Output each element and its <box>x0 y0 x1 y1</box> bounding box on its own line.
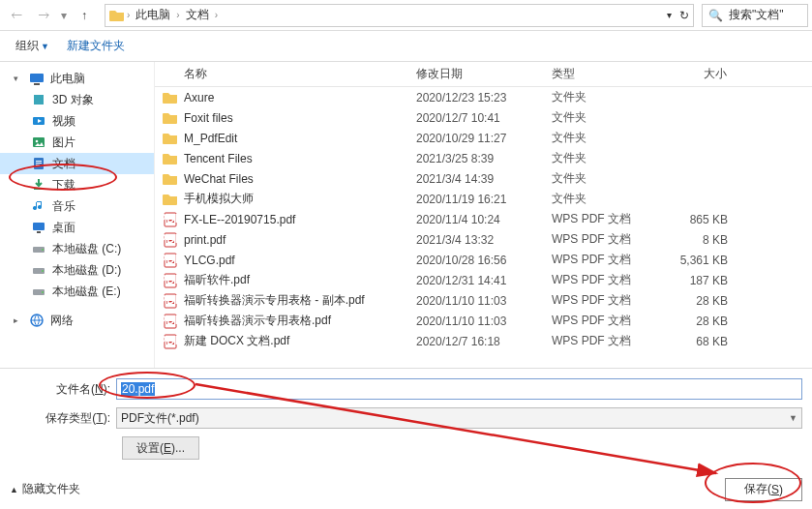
forward-button: 🡒 <box>31 3 56 28</box>
sidebar-item-6[interactable]: 桌面 <box>0 217 154 238</box>
svg-point-15 <box>42 249 44 251</box>
file-name: Foxit files <box>184 111 233 125</box>
folder-icon <box>163 110 178 126</box>
sidebar-item-9[interactable]: 本地磁盘 (E:) <box>0 281 154 302</box>
sidebar-item-label: 视频 <box>52 113 75 130</box>
sidebar-item-label: 图片 <box>52 135 75 151</box>
filename-input[interactable]: 20.pdf <box>116 378 802 400</box>
file-row[interactable]: Axure2020/12/23 15:23文件夹 <box>155 87 812 107</box>
file-row[interactable]: PDF新建 DOCX 文档.pdf2020/12/7 16:18WPS PDF … <box>155 331 812 351</box>
file-type: WPS PDF 文档 <box>544 272 658 288</box>
file-date: 2021/3/25 8:39 <box>408 152 544 165</box>
svg-rect-13 <box>37 231 41 233</box>
file-name: Axure <box>184 91 214 105</box>
file-size: 28 KB <box>658 314 736 328</box>
sidebar-item-label: 本地磁盘 (E:) <box>52 284 121 300</box>
sidebar-item-5[interactable]: 音乐 <box>0 195 154 217</box>
file-date: 2020/11/10 11:03 <box>408 314 544 328</box>
search-placeholder: 搜索"文档" <box>729 7 784 23</box>
chevron-right-icon: › <box>125 10 132 20</box>
new-folder-button[interactable]: 新建文件夹 <box>61 36 131 56</box>
file-date: 2020/11/4 10:24 <box>408 213 544 226</box>
file-row[interactable]: PDFYLCG.pdf2020/10/28 16:56WPS PDF 文档5,3… <box>155 250 812 270</box>
history-dropdown[interactable]: ▾ <box>58 9 70 22</box>
music-icon <box>31 198 46 214</box>
sidebar-item-4[interactable]: 下载 <box>0 174 154 195</box>
file-size: 68 KB <box>658 335 736 348</box>
file-row[interactable]: PDF福昕转换器演示专用表格 - 副本.pdf2020/11/10 11:03W… <box>155 290 812 311</box>
file-date: 2020/12/7 10:41 <box>408 111 544 125</box>
file-size: 187 KB <box>658 274 736 287</box>
svg-text:PDF: PDF <box>163 293 178 307</box>
svg-point-17 <box>42 270 44 272</box>
hide-folders-toggle[interactable]: ▲ 隐藏文件夹 <box>10 481 80 497</box>
sidebar-item-0[interactable]: 3D 对象 <box>0 89 154 110</box>
file-row[interactable]: PDFprint.pdf2021/3/4 13:32WPS PDF 文档8 KB <box>155 229 812 250</box>
sidebar-item-8[interactable]: 本地磁盘 (D:) <box>0 259 154 281</box>
drive-icon <box>31 241 46 256</box>
sidebar: ▾ 此电脑 3D 对象视频图片文档下载音乐桌面本地磁盘 (C:)本地磁盘 (D:… <box>0 62 155 368</box>
col-size[interactable]: 大小 <box>658 66 736 82</box>
col-name[interactable]: 名称 <box>155 66 408 82</box>
search-input[interactable]: 🔍 搜索"文档" <box>702 4 808 27</box>
organize-button[interactable]: 组织▼ <box>10 36 55 56</box>
svg-rect-0 <box>30 74 44 82</box>
file-type: 文件夹 <box>544 130 658 146</box>
3d-icon <box>31 92 46 107</box>
crumb-documents[interactable]: 文档 <box>182 7 213 23</box>
tree-label: 网络 <box>50 313 74 329</box>
tree-this-pc[interactable]: ▾ 此电脑 <box>0 68 154 89</box>
svg-text:PDF: PDF <box>163 334 178 347</box>
file-type: WPS PDF 文档 <box>544 313 658 329</box>
refresh-icon[interactable]: ↻ <box>679 9 689 22</box>
address-bar[interactable]: › 此电脑 › 文档 › ▾ ↻ <box>105 4 694 27</box>
file-row[interactable]: PDF福昕软件.pdf2020/12/31 14:41WPS PDF 文档187… <box>155 270 812 290</box>
crumb-this-pc[interactable]: 此电脑 <box>132 7 174 23</box>
svg-rect-10 <box>36 165 40 165</box>
svg-rect-11 <box>34 188 44 190</box>
back-button[interactable]: 🡐 <box>4 3 29 28</box>
toolbar: 🡐 🡒 ▾ ↑ › 此电脑 › 文档 › ▾ ↻ 🔍 搜索"文档" <box>0 0 812 31</box>
file-row[interactable]: WeChat Files2021/3/4 14:39文件夹 <box>155 168 812 189</box>
file-name: 新建 DOCX 文档.pdf <box>184 333 289 349</box>
file-row[interactable]: Foxit files2020/12/7 10:41文件夹 <box>155 107 812 128</box>
sidebar-item-2[interactable]: 图片 <box>0 132 154 153</box>
folder-icon <box>163 90 178 105</box>
tree-network[interactable]: ▸ 网络 <box>0 310 154 331</box>
sidebar-item-label: 下载 <box>52 177 75 194</box>
sidebar-item-1[interactable]: 视频 <box>0 110 154 132</box>
file-list: 名称 修改日期 类型 大小 Axure2020/12/23 15:23文件夹Fo… <box>155 62 812 368</box>
file-type: 文件夹 <box>544 191 658 207</box>
file-row[interactable]: M_PdfEdit2020/10/29 11:27文件夹 <box>155 128 812 148</box>
expand-icon[interactable]: ▸ <box>14 315 23 325</box>
sidebar-item-3[interactable]: 文档 <box>0 153 154 174</box>
file-size: 5,361 KB <box>658 254 736 267</box>
file-type: 文件夹 <box>544 109 658 126</box>
sidebar-item-label: 文档 <box>52 156 75 172</box>
chevron-down-icon[interactable]: ▾ <box>667 10 672 20</box>
svg-point-19 <box>42 291 44 293</box>
svg-rect-8 <box>36 161 42 162</box>
file-type: 文件夹 <box>544 89 658 105</box>
save-button[interactable]: 保存(S) <box>725 478 802 501</box>
save-form: 文件名(N): 20.pdf 保存类型(T): PDF文件(*.pdf) ▼ 设… <box>0 368 812 460</box>
svg-text:PDF: PDF <box>163 273 178 286</box>
expand-icon[interactable]: ▾ <box>14 74 23 83</box>
col-date[interactable]: 修改日期 <box>408 66 544 82</box>
up-button[interactable]: ↑ <box>72 3 97 28</box>
chevron-up-icon: ▲ <box>10 485 18 494</box>
svg-text:PDF: PDF <box>163 253 178 266</box>
col-type[interactable]: 类型 <box>544 66 658 82</box>
file-row[interactable]: 手机模拟大师2020/11/19 16:21文件夹 <box>155 189 812 209</box>
sidebar-item-7[interactable]: 本地磁盘 (C:) <box>0 238 154 259</box>
main-body: ▾ 此电脑 3D 对象视频图片文档下载音乐桌面本地磁盘 (C:)本地磁盘 (D:… <box>0 62 812 368</box>
organize-bar: 组织▼ 新建文件夹 <box>0 31 812 62</box>
savetype-combo[interactable]: PDF文件(*.pdf) ▼ <box>116 407 802 429</box>
file-row[interactable]: PDFFX-LE--20190715.pdf2020/11/4 10:24WPS… <box>155 209 812 229</box>
file-size: 865 KB <box>658 213 736 226</box>
savetype-value: PDF文件(*.pdf) <box>121 410 199 427</box>
file-row[interactable]: Tencent Files2021/3/25 8:39文件夹 <box>155 148 812 168</box>
file-row[interactable]: PDF福昕转换器演示专用表格.pdf2020/11/10 11:03WPS PD… <box>155 311 812 331</box>
file-name: 福昕软件.pdf <box>184 272 250 288</box>
file-type: WPS PDF 文档 <box>544 211 658 227</box>
